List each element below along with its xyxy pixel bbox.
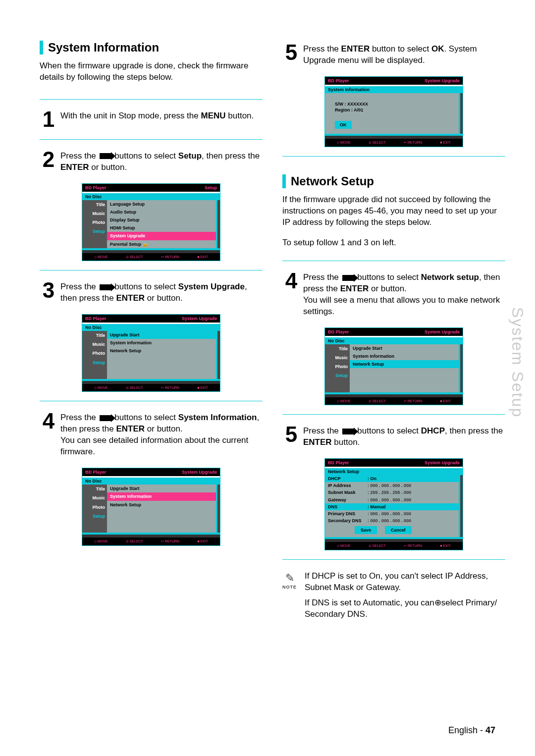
osd-menu-item: System Upgrade <box>107 232 216 240</box>
osd-panel: Language SetupAudio SetupDisplay SetupHD… <box>107 200 216 248</box>
text: or button. <box>89 162 127 172</box>
arrow-buttons-icon <box>342 429 354 434</box>
text: With the unit in Stop mode, press the <box>60 111 201 120</box>
osd-button-bar: ◇ MOVE⊙ SELECT↩ RETURN■ EXIT <box>82 538 220 545</box>
osd-side-item: Title <box>82 200 107 209</box>
osd-nodisc: No Disc <box>82 324 220 331</box>
text: , then press the <box>445 426 503 435</box>
bold: Network setup <box>421 272 479 282</box>
osd-btnbar-item: ⊙ SELECT <box>126 385 143 390</box>
step-number: 5 <box>282 425 300 444</box>
note-block: ✎NOTE If DHCP is set to On, you can't se… <box>282 571 505 620</box>
osd-netsetup-title: Network Setup <box>325 468 463 475</box>
text: buttons to select <box>112 282 178 291</box>
text: Press the <box>60 413 99 422</box>
divider <box>40 401 263 401</box>
intro-text: When the firmware upgrade is done, check… <box>40 60 263 83</box>
step-text: Press the buttons to select System Infor… <box>60 411 263 458</box>
step-number: 2 <box>40 150 57 169</box>
osd-title: BD Player <box>328 460 349 466</box>
text: or button. <box>369 284 407 293</box>
text: Press the <box>303 272 341 282</box>
osd-title: BD Player <box>85 185 107 191</box>
bold: ENTER <box>116 293 145 303</box>
step-extra: You can see detailed information about t… <box>60 435 263 458</box>
osd-menu-item: System Information <box>107 492 216 500</box>
text: buttons to select <box>355 272 421 282</box>
note-line: If DHCP is set to On, you can't select I… <box>305 571 505 594</box>
left-column: System Information When the firmware upg… <box>40 40 263 620</box>
osd-panel: Upgrade StartSystem InformationNetwork S… <box>107 331 216 379</box>
osd-nodisc: No Disc <box>325 337 463 344</box>
osd-btnbar-item: ■ EXIT <box>197 539 208 543</box>
osd-btnbar-item: ⊙ SELECT <box>369 399 386 403</box>
side-tab: System Setup <box>507 307 528 418</box>
osd-btnbar-item: ↩ RETURN <box>404 140 422 145</box>
osd-menu-item: Upgrade Start <box>350 344 459 352</box>
osd-btnbar-item: ◇ MOVE <box>337 543 351 548</box>
heading-network-setup: Network Setup <box>282 173 505 189</box>
osd-btnbar-item: ◇ MOVE <box>94 255 108 259</box>
step-text: Press the buttons to select Setup, then … <box>60 150 263 173</box>
bold: MENU <box>201 111 225 120</box>
osd-title: BD Player <box>85 316 107 322</box>
heading-bar-icon <box>40 41 43 54</box>
text: Press the <box>303 426 341 435</box>
osd-sysinfo-body: S/W : XXXXXXX Region : A/01 OK <box>325 93 459 134</box>
osd-crumb: System Upgrade <box>425 78 460 84</box>
step-text: Press the buttons to select System Upgra… <box>60 280 263 304</box>
osd-net-row: IP Address: 000 . 000 . 000 . 000 <box>325 482 459 489</box>
divider <box>40 270 263 270</box>
osd-menu-item: Network Setup <box>107 347 216 355</box>
osd-btnbar-item: ↩ RETURN <box>404 399 422 403</box>
osd-cancel-button[interactable]: Cancel <box>385 526 412 534</box>
osd-btnbar-item: ■ EXIT <box>440 543 451 548</box>
divider <box>282 414 505 415</box>
osd-nodisc: No Disc <box>82 193 220 200</box>
osd-button-bar: ◇ MOVE⊙ SELECT↩ RETURN■ EXIT <box>82 384 220 391</box>
osd-btnbar-item: ⊙ SELECT <box>126 255 143 259</box>
divider <box>282 261 505 261</box>
step-3: 3 Press the buttons to select System Upg… <box>40 280 263 304</box>
text: or button. <box>145 424 183 433</box>
text: Press the <box>60 151 99 161</box>
text: Press the <box>303 44 341 54</box>
heading-text: System Information <box>48 40 159 55</box>
osd-save-button[interactable]: Save <box>355 526 377 534</box>
osd-menu-item: Network Setup <box>350 360 459 368</box>
text: buttons to select <box>112 151 178 161</box>
osd-title: BD Player <box>85 469 107 475</box>
arrow-buttons-icon <box>100 415 111 421</box>
osd-network-setup-hl: BD PlayerSystem Upgrade No Disc TitleMus… <box>324 327 463 405</box>
osd-button-bar: ◇ MOVE⊙ SELECT↩ RETURN■ EXIT <box>325 397 463 405</box>
osd-side-item: Photo <box>82 218 107 227</box>
text: Press the <box>60 282 99 291</box>
heading-bar-icon <box>282 174 286 188</box>
osd-net-row: Secondary DNS: 000 . 000 . 000 . 000 <box>325 517 459 524</box>
osd-panel: Upgrade StartSystem InformationNetwork S… <box>350 344 459 392</box>
osd-side-item: Setup <box>82 512 107 521</box>
osd-side-item: Photo <box>325 362 350 371</box>
osd-side-item: Title <box>325 344 350 353</box>
osd-button-bar: ◇ MOVE⊙ SELECT↩ RETURN■ EXIT <box>325 139 463 146</box>
osd-btnbar-item: ◇ MOVE <box>94 385 108 390</box>
osd-side-item: Setup <box>82 227 107 236</box>
osd-btnbar-item: ◇ MOVE <box>94 539 108 543</box>
osd-sw-version: S/W : XXXXXXX <box>335 101 454 107</box>
bold: ENTER <box>341 44 370 54</box>
text: or button. <box>145 293 183 303</box>
step-extra: You will see a menu that allows you to m… <box>303 295 505 318</box>
osd-sysinfo-title: System Information <box>325 86 463 93</box>
step-number: 4 <box>282 271 300 291</box>
osd-button-bar: ◇ MOVE⊙ SELECT↩ RETURN■ EXIT <box>325 542 463 549</box>
osd-btnbar-item: ■ EXIT <box>440 399 451 403</box>
text: buttons to select <box>112 413 178 422</box>
osd-side: TitleMusicPhotoSetup <box>325 344 350 392</box>
text: , then press the <box>202 151 260 161</box>
osd-ok-button[interactable]: OK <box>335 121 352 129</box>
note-text: If DHCP is set to On, you can't select I… <box>305 571 505 620</box>
bold: ENTER <box>116 424 145 433</box>
osd-side-item: Setup <box>82 358 107 367</box>
osd-network-setup-table: BD PlayerSystem Upgrade Network Setup DH… <box>324 458 463 550</box>
osd-btnbar-item: ■ EXIT <box>440 140 451 145</box>
